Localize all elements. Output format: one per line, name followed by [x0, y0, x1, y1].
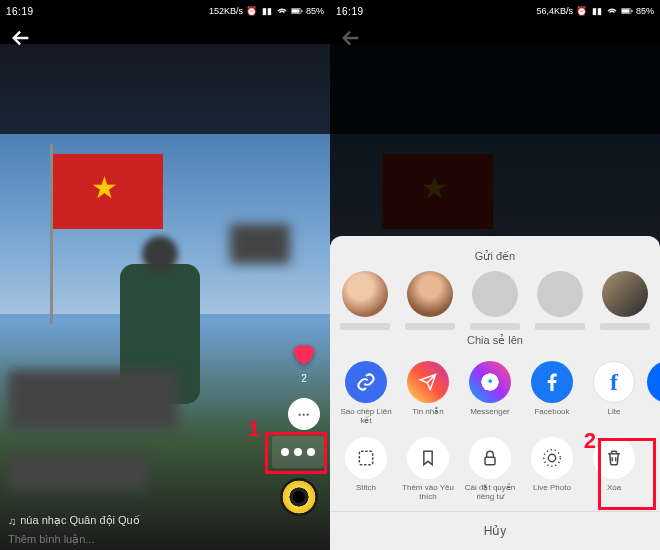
phone-right: 16:19 56,4KB/s ⏰ ▮▮ 85% Gửi đến	[330, 0, 660, 550]
battery-percent: 85%	[306, 6, 324, 16]
share-facebook[interactable]: Facebook	[524, 361, 580, 425]
network-speed: 152KB/s	[209, 6, 243, 16]
avatar	[602, 271, 648, 317]
status-icons: 56,4KB/s ⏰ ▮▮ 85%	[536, 5, 654, 17]
phone-left: 16:19 152KB/s ⏰ ▮▮ 85% 2 ●●●	[0, 0, 330, 550]
contact-item[interactable]	[532, 271, 587, 330]
svg-rect-5	[622, 9, 630, 13]
music-disc[interactable]	[280, 478, 318, 516]
back-button[interactable]	[330, 22, 660, 54]
avatar	[472, 271, 518, 317]
more-options-button[interactable]	[272, 436, 324, 468]
music-row[interactable]: ♫ núa nhạc Quân đội Quố	[8, 514, 260, 527]
send-to-title: Gửi đến	[330, 246, 660, 271]
messenger-icon	[469, 361, 511, 403]
send-to-row[interactable]	[330, 271, 660, 330]
battery-icon	[621, 5, 633, 17]
heart-icon	[289, 339, 319, 369]
avatar	[407, 271, 453, 317]
live-photo-icon	[531, 437, 573, 479]
like-count: 2	[301, 373, 307, 384]
status-bar: 16:19 152KB/s ⏰ ▮▮ 85%	[0, 0, 330, 22]
action-stitch[interactable]: Stitch	[338, 437, 394, 501]
svg-point-8	[548, 454, 555, 461]
share-to-title: Chia sẻ lên	[330, 330, 660, 355]
battery-icon	[291, 5, 303, 17]
dots-icon: ●●●	[298, 411, 310, 417]
bookmark-icon	[407, 437, 449, 479]
action-live-photo[interactable]: Live Photo	[524, 437, 580, 501]
svg-rect-2	[292, 9, 300, 13]
share-sheet: Gửi đến Chia sẻ lên Sao chép Liên kết Ti…	[330, 236, 660, 550]
alarm-icon: ⏰	[246, 5, 258, 17]
contact-name-placeholder	[470, 323, 520, 330]
side-action-bar: 2 ●●●	[288, 339, 320, 430]
status-time: 16:19	[336, 6, 364, 17]
music-title: núa nhạc Quân đội Quố	[20, 514, 139, 527]
video-footer: ♫ núa nhạc Quân đội Quố Thêm bình luận..…	[8, 514, 260, 546]
lock-icon	[469, 437, 511, 479]
wifi-icon	[276, 5, 288, 17]
cancel-button[interactable]: Hủy	[330, 511, 660, 550]
wifi-icon	[606, 5, 618, 17]
comment-button[interactable]: ●●●	[288, 398, 320, 430]
trash-icon	[593, 437, 635, 479]
share-messenger[interactable]: Messenger	[462, 361, 518, 425]
send-icon	[407, 361, 449, 403]
link-icon	[345, 361, 387, 403]
arrow-left-icon	[340, 27, 362, 49]
stitch-icon	[345, 437, 387, 479]
svg-rect-4	[631, 10, 632, 12]
svg-rect-7	[485, 457, 495, 465]
back-button[interactable]	[0, 22, 330, 54]
share-more[interactable]: Z	[648, 361, 660, 425]
network-speed: 56,4KB/s	[536, 6, 573, 16]
svg-rect-6	[359, 451, 372, 464]
contact-name-placeholder	[405, 323, 455, 330]
signal-icon: ▮▮	[261, 5, 273, 17]
status-icons: 152KB/s ⏰ ▮▮ 85%	[209, 5, 324, 17]
comment-input[interactable]: Thêm bình luận...	[8, 533, 260, 546]
contact-name-placeholder	[600, 323, 650, 330]
signal-icon: ▮▮	[591, 5, 603, 17]
status-time: 16:19	[6, 6, 34, 17]
avatar	[342, 271, 388, 317]
share-copy-link[interactable]: Sao chép Liên kết	[338, 361, 394, 425]
contact-item[interactable]	[468, 271, 523, 330]
contact-item[interactable]	[338, 271, 393, 330]
svg-point-9	[544, 450, 561, 467]
video-background[interactable]	[0, 44, 330, 550]
music-note-icon: ♫	[8, 515, 16, 527]
svg-rect-1	[301, 10, 302, 12]
share-lite[interactable]: fLite	[586, 361, 642, 425]
contact-name-placeholder	[535, 323, 585, 330]
action-delete[interactable]: Xóa	[586, 437, 642, 501]
contact-name-placeholder	[340, 323, 390, 330]
status-bar: 16:19 56,4KB/s ⏰ ▮▮ 85%	[330, 0, 660, 22]
contact-item[interactable]	[403, 271, 458, 330]
like-button[interactable]	[289, 339, 319, 369]
contact-item[interactable]	[597, 271, 652, 330]
share-apps-row[interactable]: Sao chép Liên kết Tin nhắn Messenger Fac…	[330, 355, 660, 433]
two-phone-tutorial: 16:19 152KB/s ⏰ ▮▮ 85% 2 ●●●	[0, 0, 660, 550]
facebook-icon	[531, 361, 573, 403]
share-messages[interactable]: Tin nhắn	[400, 361, 456, 425]
facebook-lite-icon: f	[593, 361, 635, 403]
avatar	[537, 271, 583, 317]
battery-percent: 85%	[636, 6, 654, 16]
arrow-left-icon	[10, 27, 32, 49]
alarm-icon: ⏰	[576, 5, 588, 17]
actions-row[interactable]: Stitch Thêm vào Yêu thích Cài đặt quyền …	[330, 433, 660, 511]
action-privacy[interactable]: Cài đặt quyền riêng tư	[462, 437, 518, 501]
zalo-icon: Z	[647, 361, 660, 403]
action-favorite[interactable]: Thêm vào Yêu thích	[400, 437, 456, 501]
